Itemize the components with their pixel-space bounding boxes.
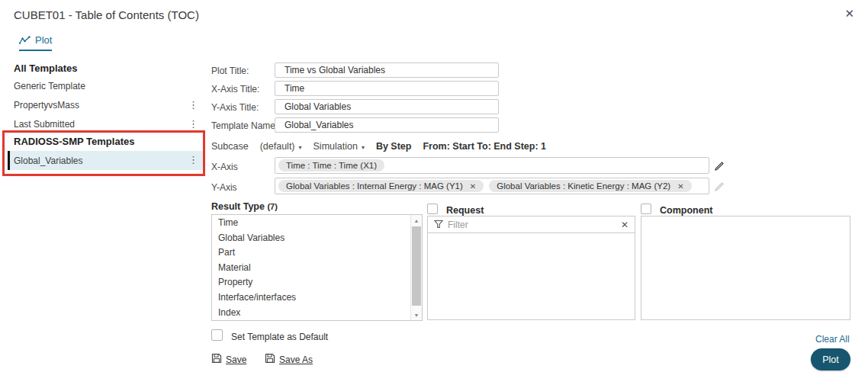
save-as-button[interactable]: Save As [265,353,313,366]
simulation-dropdown[interactable]: Simulation ▾ [313,141,365,152]
save-disk-icon [265,353,275,366]
sidebar-item-propertyvsmass[interactable]: PropertyvsMass ⋮ [8,96,204,114]
sidebar-header-all-templates: All Templates [14,63,78,74]
sidebar-item-label: Last Submitted [14,119,75,130]
y-axis-chip: Global Variables : Kinetic Energy : MAG … [489,180,691,192]
result-type-list: Time Global Variables Part Material Prop… [211,214,423,321]
sidebar-item-global-variables[interactable]: Global_Variables ⋮ [8,151,204,170]
close-icon[interactable]: ✕ [844,7,854,21]
filter-clear-icon[interactable]: ✕ [621,220,628,230]
save-button[interactable]: Save [211,353,246,366]
scrollbar[interactable]: ▲ ▼ [410,215,422,320]
by-step-label: By Step [376,141,412,152]
y-axis-title-input[interactable]: Global Variables [275,99,499,114]
edit-pencil-icon[interactable] [714,160,724,174]
request-header: Request [446,205,484,216]
request-checkbox[interactable] [427,204,438,214]
filter-funnel-icon [434,218,443,232]
scrollbar-thumb[interactable] [412,226,421,306]
template-name-label: Template Name: [211,120,278,131]
plot-title-input[interactable]: Time vs Global Variables [275,63,499,78]
kebab-menu-icon[interactable]: ⋮ [188,99,198,111]
component-checkbox[interactable] [641,204,651,214]
tab-plot[interactable]: Plot [19,34,52,51]
clear-all-button[interactable]: Clear All [815,334,850,345]
subcase-dropdown[interactable]: (default) ▾ [260,141,302,152]
x-axis-chipfield[interactable]: Time : Time : Time (X1) [275,157,709,174]
y-axis-chipfield[interactable]: Global Variables : Internal Energy : MAG… [275,178,709,194]
set-default-label: Set Template as Default [231,332,328,342]
request-list: ✕ [427,216,635,320]
request-filter-row: ✕ [428,216,635,233]
x-axis-label: X-Axis [211,162,238,172]
sidebar-item-generic-template[interactable]: Generic Template [8,77,204,95]
subcase-row: Subcase (default) ▾ Simulation ▾ By Step… [211,141,546,152]
list-item[interactable]: Part [212,245,410,260]
list-item[interactable]: Time [212,215,410,230]
plot-title-label: Plot Title: [211,66,249,76]
sidebar-item-label: Global_Variables [14,156,83,166]
chip-close-icon[interactable]: ✕ [677,182,683,191]
toc-dialog: CUBET01 - Table of Contents (TOC) ✕ Plot… [0,0,868,388]
chip-close-icon[interactable]: ✕ [470,182,476,191]
selection-bar [8,151,10,170]
kebab-menu-icon[interactable]: ⋮ [188,154,198,165]
edit-pencil-icon-disabled[interactable] [714,181,724,194]
plot-button[interactable]: Plot [811,348,850,370]
list-item[interactable]: Interface/interfaces [212,290,410,305]
x-axis-chip: Time : Time : Time (X1) [278,159,384,172]
dialog-title: CUBET01 - Table of Contents (TOC) [14,8,199,21]
sidebar-header-radioss-smp: RADIOSS-SMP Templates [14,136,134,147]
chevron-down-icon: ▾ [362,143,365,151]
kebab-menu-icon[interactable]: ⋮ [188,118,198,130]
component-header: Component [660,205,712,216]
y-axis-title-label: Y-Axis Title: [211,102,259,113]
sidebar-item-last-submitted[interactable]: Last Submitted ⋮ [8,115,204,133]
y-axis-label: Y-Axis [211,182,237,193]
scroll-down-icon[interactable]: ▼ [411,309,422,320]
y-axis-chip: Global Variables : Internal Energy : MAG… [278,180,484,192]
template-name-input[interactable]: Global_Variables [275,117,499,133]
set-default-checkbox[interactable] [211,329,223,341]
list-item[interactable]: Property [212,274,410,290]
result-type-header: Result Type (7) [211,201,278,212]
subcase-label: Subcase [211,141,249,152]
sidebar-item-label: PropertyvsMass [14,100,79,111]
x-axis-title-input[interactable]: Time [275,81,499,96]
component-list [641,216,850,320]
list-item[interactable]: Index [212,305,410,320]
step-range-label: From: Start To: End Step: 1 [423,141,546,152]
request-filter-input[interactable] [448,220,616,230]
list-item[interactable]: Global Variables [212,230,410,245]
plot-chart-icon [19,36,31,44]
sidebar-item-label: Generic Template [14,81,85,91]
chevron-down-icon: ▾ [299,143,302,151]
x-axis-title-label: X-Axis Title: [211,84,259,95]
list-item[interactable]: Material [212,260,410,275]
scroll-up-icon[interactable]: ▲ [411,215,422,226]
tab-plot-label: Plot [35,34,52,46]
save-disk-icon [211,353,222,366]
